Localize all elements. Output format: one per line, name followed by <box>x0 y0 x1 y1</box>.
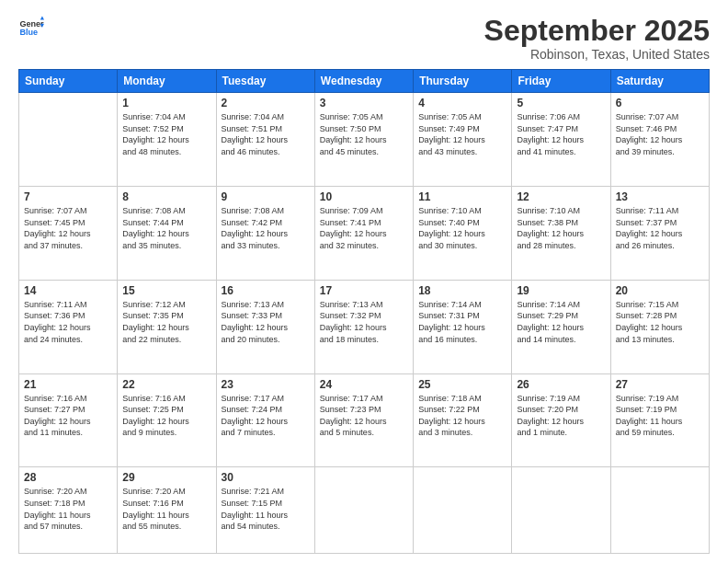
table-row <box>19 93 118 187</box>
svg-marker-2 <box>40 16 44 19</box>
day-info: Sunrise: 7:11 AMSunset: 7:37 PMDaylight:… <box>616 205 704 251</box>
day-number: 1 <box>122 97 210 109</box>
day-info: Sunrise: 7:17 AMSunset: 7:24 PMDaylight:… <box>222 393 310 439</box>
col-wednesday: Wednesday <box>314 70 413 93</box>
day-number: 12 <box>517 190 605 203</box>
table-row: 5Sunrise: 7:06 AMSunset: 7:47 PMDaylight… <box>512 93 610 187</box>
table-row: 15Sunrise: 7:12 AMSunset: 7:35 PMDayligh… <box>118 280 216 373</box>
day-info: Sunrise: 7:10 AMSunset: 7:40 PMDaylight:… <box>418 205 506 251</box>
day-info: Sunrise: 7:04 AMSunset: 7:51 PMDaylight:… <box>222 111 310 157</box>
day-info: Sunrise: 7:13 AMSunset: 7:33 PMDaylight:… <box>222 299 310 345</box>
header-row: Sunday Monday Tuesday Wednesday Thursday… <box>19 70 710 93</box>
table-row: 22Sunrise: 7:16 AMSunset: 7:25 PMDayligh… <box>118 373 216 467</box>
day-number: 16 <box>222 284 310 297</box>
day-number: 10 <box>320 190 408 203</box>
day-number: 3 <box>320 97 408 109</box>
day-number: 5 <box>517 97 605 109</box>
svg-text:Blue: Blue <box>19 28 38 37</box>
table-row: 14Sunrise: 7:11 AMSunset: 7:36 PMDayligh… <box>19 280 118 373</box>
table-row: 17Sunrise: 7:13 AMSunset: 7:32 PMDayligh… <box>314 280 413 373</box>
table-row: 9Sunrise: 7:08 AMSunset: 7:42 PMDaylight… <box>216 186 314 280</box>
table-row <box>314 467 413 554</box>
main-title: September 2025 <box>484 15 710 47</box>
day-number: 25 <box>418 378 506 391</box>
day-number: 23 <box>222 378 310 391</box>
table-row: 10Sunrise: 7:09 AMSunset: 7:41 PMDayligh… <box>314 186 413 280</box>
col-sunday: Sunday <box>19 70 118 93</box>
day-info: Sunrise: 7:05 AMSunset: 7:50 PMDaylight:… <box>320 111 408 157</box>
day-info: Sunrise: 7:19 AMSunset: 7:19 PMDaylight:… <box>616 393 704 439</box>
day-info: Sunrise: 7:20 AMSunset: 7:16 PMDaylight:… <box>122 486 210 532</box>
col-thursday: Thursday <box>414 70 512 93</box>
day-info: Sunrise: 7:13 AMSunset: 7:32 PMDaylight:… <box>320 299 408 345</box>
day-info: Sunrise: 7:14 AMSunset: 7:29 PMDaylight:… <box>517 299 605 345</box>
table-row: 19Sunrise: 7:14 AMSunset: 7:29 PMDayligh… <box>512 280 610 373</box>
day-number: 14 <box>24 284 112 297</box>
table-row: 21Sunrise: 7:16 AMSunset: 7:27 PMDayligh… <box>19 373 118 467</box>
table-row: 1Sunrise: 7:04 AMSunset: 7:52 PMDaylight… <box>118 93 216 187</box>
day-number: 13 <box>616 190 704 203</box>
svg-text:General: General <box>19 19 44 29</box>
table-row: 6Sunrise: 7:07 AMSunset: 7:46 PMDaylight… <box>610 93 709 187</box>
table-row: 7Sunrise: 7:07 AMSunset: 7:45 PMDaylight… <box>19 186 118 280</box>
calendar-table: Sunday Monday Tuesday Wednesday Thursday… <box>18 69 710 554</box>
table-row <box>414 467 512 554</box>
day-number: 21 <box>24 378 112 391</box>
day-number: 19 <box>517 284 605 297</box>
logo: General Blue <box>18 15 44 40</box>
day-number: 8 <box>122 190 210 203</box>
table-row <box>512 467 610 554</box>
page: General Blue September 2025 Robinson, Te… <box>0 0 728 563</box>
day-number: 6 <box>616 97 704 109</box>
day-info: Sunrise: 7:15 AMSunset: 7:28 PMDaylight:… <box>616 299 704 345</box>
col-saturday: Saturday <box>610 70 709 93</box>
table-row: 18Sunrise: 7:14 AMSunset: 7:31 PMDayligh… <box>414 280 512 373</box>
col-friday: Friday <box>512 70 610 93</box>
day-info: Sunrise: 7:20 AMSunset: 7:18 PMDaylight:… <box>24 486 112 532</box>
day-number: 7 <box>24 190 112 203</box>
day-info: Sunrise: 7:12 AMSunset: 7:35 PMDaylight:… <box>122 299 210 345</box>
day-info: Sunrise: 7:21 AMSunset: 7:15 PMDaylight:… <box>222 486 310 532</box>
title-block: September 2025 Robinson, Texas, United S… <box>484 15 710 62</box>
table-row <box>610 467 709 554</box>
col-monday: Monday <box>118 70 216 93</box>
day-info: Sunrise: 7:06 AMSunset: 7:47 PMDaylight:… <box>517 111 605 157</box>
table-row: 12Sunrise: 7:10 AMSunset: 7:38 PMDayligh… <box>512 186 610 280</box>
day-info: Sunrise: 7:10 AMSunset: 7:38 PMDaylight:… <box>517 205 605 251</box>
day-info: Sunrise: 7:18 AMSunset: 7:22 PMDaylight:… <box>418 393 506 439</box>
table-row: 20Sunrise: 7:15 AMSunset: 7:28 PMDayligh… <box>610 280 709 373</box>
subtitle: Robinson, Texas, United States <box>484 47 710 62</box>
table-row: 3Sunrise: 7:05 AMSunset: 7:50 PMDaylight… <box>314 93 413 187</box>
day-number: 17 <box>320 284 408 297</box>
day-number: 20 <box>616 284 704 297</box>
table-row: 11Sunrise: 7:10 AMSunset: 7:40 PMDayligh… <box>414 186 512 280</box>
table-row: 29Sunrise: 7:20 AMSunset: 7:16 PMDayligh… <box>118 467 216 554</box>
logo-icon: General Blue <box>18 15 44 40</box>
table-row: 28Sunrise: 7:20 AMSunset: 7:18 PMDayligh… <box>19 467 118 554</box>
day-number: 26 <box>517 378 605 391</box>
day-number: 15 <box>122 284 210 297</box>
table-row: 2Sunrise: 7:04 AMSunset: 7:51 PMDaylight… <box>216 93 314 187</box>
table-row: 16Sunrise: 7:13 AMSunset: 7:33 PMDayligh… <box>216 280 314 373</box>
day-number: 11 <box>418 190 506 203</box>
day-info: Sunrise: 7:05 AMSunset: 7:49 PMDaylight:… <box>418 111 506 157</box>
table-row: 27Sunrise: 7:19 AMSunset: 7:19 PMDayligh… <box>610 373 709 467</box>
day-info: Sunrise: 7:11 AMSunset: 7:36 PMDaylight:… <box>24 299 112 345</box>
day-number: 9 <box>222 190 310 203</box>
day-info: Sunrise: 7:16 AMSunset: 7:27 PMDaylight:… <box>24 393 112 439</box>
day-info: Sunrise: 7:04 AMSunset: 7:52 PMDaylight:… <box>122 111 210 157</box>
day-info: Sunrise: 7:16 AMSunset: 7:25 PMDaylight:… <box>122 393 210 439</box>
col-tuesday: Tuesday <box>216 70 314 93</box>
day-number: 24 <box>320 378 408 391</box>
table-row: 23Sunrise: 7:17 AMSunset: 7:24 PMDayligh… <box>216 373 314 467</box>
day-info: Sunrise: 7:07 AMSunset: 7:46 PMDaylight:… <box>616 111 704 157</box>
day-number: 2 <box>222 97 310 109</box>
day-number: 18 <box>418 284 506 297</box>
day-number: 4 <box>418 97 506 109</box>
day-info: Sunrise: 7:14 AMSunset: 7:31 PMDaylight:… <box>418 299 506 345</box>
table-row: 26Sunrise: 7:19 AMSunset: 7:20 PMDayligh… <box>512 373 610 467</box>
header: General Blue September 2025 Robinson, Te… <box>18 15 710 62</box>
day-info: Sunrise: 7:08 AMSunset: 7:42 PMDaylight:… <box>222 205 310 251</box>
day-number: 27 <box>616 378 704 391</box>
table-row: 24Sunrise: 7:17 AMSunset: 7:23 PMDayligh… <box>314 373 413 467</box>
